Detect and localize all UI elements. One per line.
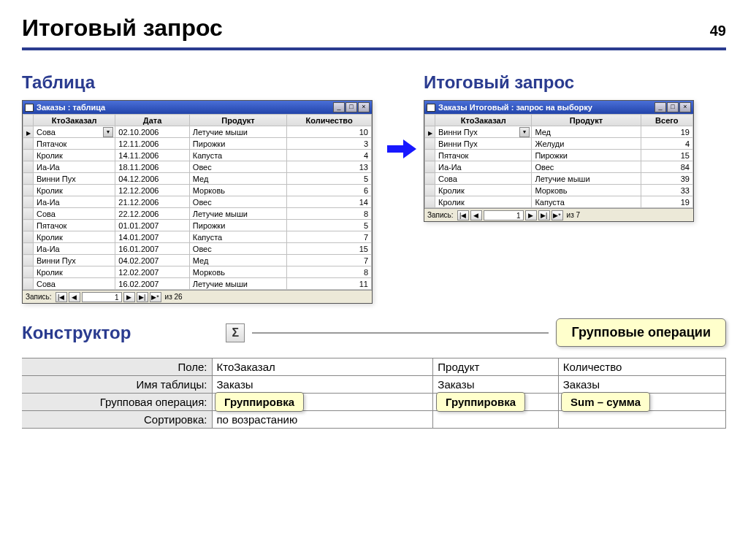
record-number-input[interactable]: 1 (484, 210, 524, 220)
row-selector[interactable] (23, 208, 34, 220)
cell[interactable]: 14 (287, 196, 372, 208)
nav-prev-button[interactable]: ◀ (470, 210, 482, 220)
cell[interactable]: Пирожки (189, 220, 286, 231)
cell[interactable]: Кролик (34, 150, 115, 161)
cell[interactable]: 04.12.2006 (115, 173, 190, 185)
cell[interactable]: Овес (189, 243, 286, 255)
maximize-button[interactable]: □ (346, 102, 357, 112)
close-button[interactable]: × (679, 102, 691, 112)
cell[interactable]: Морковь (189, 185, 286, 196)
cell[interactable]: 14.01.2007 (115, 231, 190, 243)
table-row[interactable]: Винни Пух04.12.2006Мед5 (23, 173, 372, 185)
column-header[interactable]: КтоЗаказал (34, 115, 115, 126)
table-row[interactable]: Кролик12.12.2006Морковь6 (23, 185, 372, 196)
table-row[interactable]: Кролик14.01.2007Капуста7 (23, 231, 372, 243)
cell[interactable]: Овес (189, 196, 286, 208)
table-row[interactable]: КроликКапуста19 (425, 196, 693, 208)
cell[interactable]: Сова (34, 208, 115, 220)
row-selector[interactable] (425, 161, 435, 173)
cell[interactable]: 12.02.2007 (115, 266, 190, 278)
cell[interactable]: 4 (641, 138, 693, 150)
cell[interactable]: 16.01.2007 (115, 243, 190, 255)
row-selector[interactable] (23, 138, 34, 150)
cell[interactable]: Сова (34, 126, 115, 138)
cell[interactable]: Летучие мыши (189, 208, 286, 220)
cell[interactable]: Винни Пух (34, 173, 115, 185)
row-selector[interactable] (23, 231, 34, 243)
row-selector[interactable] (23, 220, 34, 231)
row-selector[interactable] (23, 185, 34, 196)
cell[interactable]: 10 (287, 126, 372, 138)
table-row[interactable]: Пятачок12.11.2006Пирожки3 (23, 138, 372, 150)
cell[interactable]: 33 (641, 185, 693, 196)
row-selector[interactable] (425, 196, 435, 208)
cell[interactable]: 8 (287, 266, 372, 278)
nav-new-button[interactable]: ▶* (552, 210, 563, 220)
cell[interactable]: Винни Пух (435, 138, 532, 150)
table-row[interactable]: Кролик14.11.2006Капуста4 (23, 150, 372, 161)
cell[interactable]: Летучие мыши (189, 126, 286, 138)
cell[interactable]: 18.11.2006 (115, 161, 190, 173)
table-row[interactable]: Иа-Иа18.11.2006Овес13 (23, 161, 372, 173)
cell[interactable]: 5 (287, 220, 372, 231)
cell[interactable]: Летучие мыши (532, 173, 641, 185)
cell[interactable]: Желуди (532, 138, 641, 150)
cell[interactable]: Иа-Иа (34, 196, 115, 208)
nav-new-button[interactable]: ▶* (150, 292, 161, 302)
cell[interactable]: 7 (287, 231, 372, 243)
cell[interactable]: Кролик (34, 185, 115, 196)
summary-table[interactable]: КтоЗаказалПродуктВсегоВинни ПухМед19Винн… (424, 114, 693, 208)
cell[interactable]: Иа-Иа (34, 161, 115, 173)
table-row[interactable]: Винни ПухЖелуди4 (425, 138, 693, 150)
cell[interactable]: Морковь (189, 266, 286, 278)
row-selector[interactable] (23, 243, 34, 255)
cell[interactable]: 8 (287, 208, 372, 220)
row-selector[interactable] (23, 255, 34, 266)
cell[interactable]: Пятачок (435, 150, 532, 161)
close-button[interactable]: × (358, 102, 370, 112)
cell[interactable]: Кролик (435, 196, 532, 208)
cell[interactable]: 11 (287, 278, 372, 290)
cell[interactable]: Мед (189, 255, 286, 266)
table-row[interactable]: Иа-ИаОвес84 (425, 161, 693, 173)
row-selector[interactable] (425, 138, 435, 150)
cell[interactable]: 5 (287, 173, 372, 185)
cell[interactable]: 3 (287, 138, 372, 150)
nav-last-button[interactable]: ▶| (137, 292, 148, 302)
column-header[interactable]: Продукт (189, 115, 286, 126)
cell[interactable]: 6 (287, 185, 372, 196)
nav-next-button[interactable]: ▶ (123, 292, 135, 302)
designer-cell[interactable]: по возрастанию (212, 411, 433, 429)
row-selector[interactable] (425, 173, 435, 185)
table-window-titlebar[interactable]: Заказы : таблица _ □ × (23, 101, 372, 114)
orders-table[interactable]: КтоЗаказалДатаПродуктКоличествоСова02.10… (23, 114, 372, 290)
cell[interactable]: Пятачок (34, 138, 115, 150)
row-selector[interactable] (23, 173, 34, 185)
sigma-button[interactable]: Σ (226, 323, 245, 342)
row-selector[interactable] (425, 126, 435, 138)
cell[interactable]: 12.12.2006 (115, 185, 190, 196)
designer-cell[interactable]: Продукт (433, 358, 558, 376)
cell[interactable]: 84 (641, 161, 693, 173)
table-row[interactable]: КроликМорковь33 (425, 185, 693, 196)
cell[interactable]: Летучие мыши (189, 278, 286, 290)
row-selector[interactable] (23, 161, 34, 173)
cell[interactable]: 15 (287, 243, 372, 255)
cell[interactable]: Капуста (189, 150, 286, 161)
table-row[interactable]: Иа-Иа16.01.2007Овес15 (23, 243, 372, 255)
table-row[interactable]: Сова02.10.2006Летучие мыши10 (23, 126, 372, 138)
cell[interactable]: Капуста (189, 231, 286, 243)
column-header[interactable]: Дата (115, 115, 190, 126)
nav-first-button[interactable]: |◀ (457, 210, 469, 220)
cell[interactable]: Мед (532, 126, 641, 138)
cell[interactable]: Капуста (532, 196, 641, 208)
minimize-button[interactable]: _ (333, 102, 345, 112)
cell[interactable]: 02.10.2006 (115, 126, 190, 138)
cell[interactable]: Иа-Иа (34, 243, 115, 255)
designer-cell[interactable] (433, 411, 558, 429)
column-header[interactable]: Продукт (532, 115, 641, 126)
nav-first-button[interactable]: |◀ (56, 292, 67, 302)
cell[interactable]: 04.02.2007 (115, 255, 190, 266)
row-selector[interactable] (425, 150, 435, 161)
cell[interactable]: 21.12.2006 (115, 196, 190, 208)
